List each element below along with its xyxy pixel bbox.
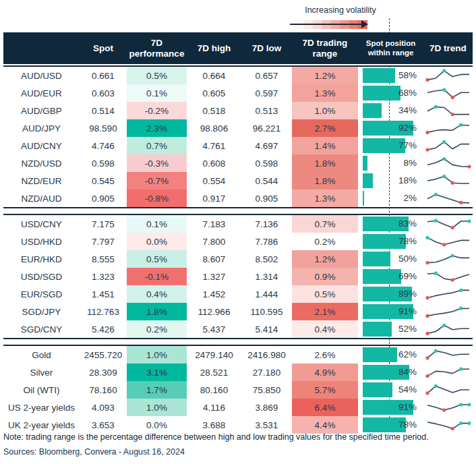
trading-range-cell: 2.1% [292, 303, 358, 320]
performance-cell: -0.8% [127, 190, 187, 207]
section-separator [3, 338, 473, 346]
trading-range-cell: 4.9% [292, 364, 358, 381]
high-value: 8.607 [187, 250, 241, 268]
high-value: 0.664 [187, 67, 241, 84]
performance-cell: 1.0% [127, 346, 187, 364]
low-value: 2416.980 [241, 346, 292, 364]
low-value: 3.531 [241, 416, 292, 434]
trading-range-cell: 1.4% [292, 137, 358, 154]
sources-line: Sources: Bloomberg, Convera - August 16,… [3, 447, 473, 457]
instrument-label: AUD/JPY [3, 119, 80, 137]
instrument-label: USD/SGD [3, 268, 80, 285]
low-value: 4.697 [241, 137, 292, 154]
table-section: Gold 2455.720 1.0% 2479.140 2416.980 2.6… [3, 346, 473, 434]
table-row: Oil (WTI) 78.160 1.7% 80.160 75.850 5.7%… [3, 381, 473, 399]
spark-low-dot [425, 314, 429, 318]
trend-sparkline-cell [423, 215, 473, 233]
instrument-label: UK 2-year yields [3, 416, 80, 434]
spark-high-dot [459, 422, 463, 425]
trend-sparkline-cell [423, 190, 473, 207]
spark-high-dot [467, 422, 471, 425]
spark-low-dot [425, 296, 429, 299]
high-value: 5.437 [187, 320, 241, 338]
table-row: US 2-year yields 4.093 1.0% 4.116 3.869 … [3, 399, 473, 416]
spot-position-cell: 58% [358, 67, 423, 84]
position-bar [363, 86, 400, 100]
performance-cell: 3.1% [127, 364, 187, 381]
sparkline-chart [425, 347, 472, 363]
spot-position-cell: 62% [358, 346, 423, 364]
sparkline-chart [425, 417, 472, 433]
high-value: 4.116 [187, 399, 241, 416]
spot-position-cell: 34% [358, 102, 423, 119]
spot-value: 1.323 [80, 268, 127, 285]
performance-cell: 1.7% [127, 381, 187, 399]
table-row: USD/CNY 7.175 0.1% 7.183 7.136 0.7% 83% [3, 215, 473, 233]
high-value: 4.761 [187, 137, 241, 154]
position-bar [363, 382, 392, 397]
spark-high-dot [434, 219, 437, 223]
spark-high-dot [467, 403, 471, 406]
spot-value: 7.175 [80, 215, 127, 233]
sparkline-chart [425, 138, 472, 154]
trend-sparkline-cell [423, 233, 473, 250]
instrument-label: NZD/EUR [3, 172, 80, 190]
spot-value: 5.426 [80, 320, 127, 338]
spark-low-dot [425, 78, 429, 82]
spot-position-cell: 77% [358, 137, 423, 154]
table-row: NZD/EUR 0.545 -0.7% 0.554 0.544 1.8% 18% [3, 172, 473, 190]
spark-high-dot [442, 157, 446, 161]
table-section: USD/CNY 7.175 0.1% 7.183 7.136 0.7% 83% … [3, 215, 473, 338]
spark-high-dot [467, 219, 471, 223]
spark-low-dot [425, 332, 429, 335]
spark-high-dot [425, 236, 429, 239]
position-percent: 52% [398, 320, 417, 338]
low-value: 7.136 [241, 215, 292, 233]
position-percent: 58% [398, 67, 417, 84]
table-row: AUD/GBP 0.514 -0.2% 0.518 0.513 1.0% 34% [3, 102, 473, 119]
high-value: 0.605 [187, 84, 241, 102]
spark-low-dot [450, 427, 454, 430]
spark-low-dot [450, 96, 454, 99]
sparkline-chart [425, 321, 472, 337]
spot-position-cell: 84% [358, 364, 423, 381]
low-value: 0.905 [241, 190, 292, 207]
spot-position-cell: 68% [358, 84, 423, 102]
spark-high-dot [450, 254, 454, 258]
low-value: 0.513 [241, 102, 292, 119]
sparkline-chart [425, 251, 472, 267]
performance-cell: 0.1% [127, 84, 187, 102]
spark-high-dot [442, 324, 446, 327]
instrument-label: SGD/CNY [3, 320, 80, 338]
spot-position-cell: 83% [358, 215, 423, 233]
sparkline-chart [425, 399, 472, 415]
table-row: NZD/USD 0.598 -0.3% 0.608 0.598 1.8% 8% [3, 154, 473, 172]
table-row: USD/SGD 1.323 -0.1% 1.327 1.314 0.9% 69% [3, 268, 473, 285]
instrument-label: SGD/JPY [3, 303, 80, 320]
trading-range-cell: 0.2% [292, 233, 358, 250]
trend-sparkline-cell [423, 119, 473, 137]
sparkline-chart [425, 103, 472, 119]
high-value: 7.183 [187, 215, 241, 233]
performance-cell: 1.8% [127, 303, 187, 320]
instrument-label: NZD/AUD [3, 190, 80, 207]
trend-sparkline-cell [423, 303, 473, 320]
position-bar [363, 269, 401, 284]
sparkline-chart [425, 173, 472, 189]
table-section: AUD/USD 0.661 0.5% 0.664 0.657 1.2% 58% … [3, 67, 473, 207]
spark-high-dot [459, 368, 463, 371]
sparkline-chart [425, 216, 472, 232]
position-percent: 50% [398, 250, 417, 268]
high-value: 0.518 [187, 102, 241, 119]
trading-range-cell: 2.6% [292, 346, 358, 364]
position-percent: 77% [398, 137, 417, 154]
spot-position-cell: 78% [358, 416, 423, 434]
position-percent: 83% [398, 215, 417, 233]
trend-sparkline-cell [423, 84, 473, 102]
high-value: 3.688 [187, 416, 241, 434]
instrument-label: AUD/USD [3, 67, 80, 84]
trading-range-cell: 1.8% [292, 154, 358, 172]
position-bar [363, 252, 390, 266]
table-row: SGD/JPY 112.763 1.8% 112.966 110.595 2.1… [3, 303, 473, 320]
spot-value: 28.309 [80, 364, 127, 381]
